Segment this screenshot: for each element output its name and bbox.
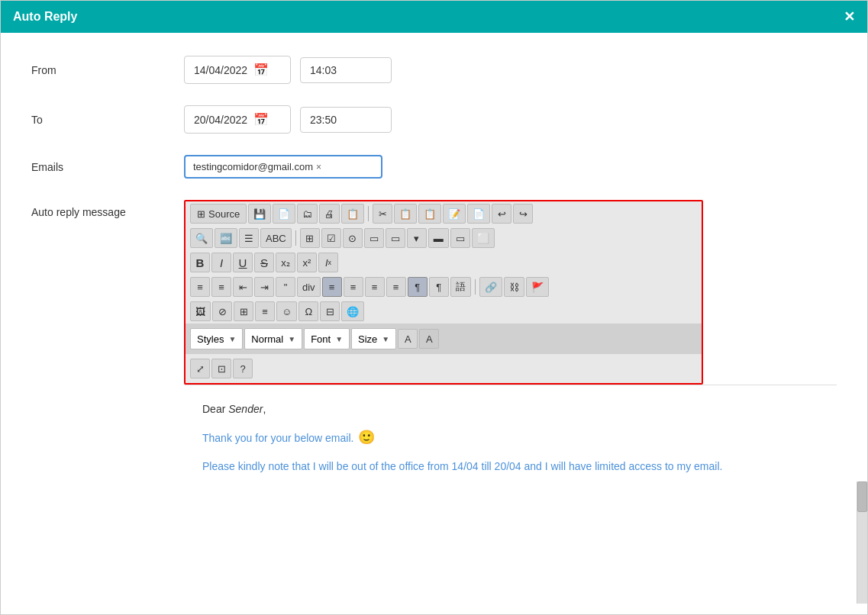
email-tag-container[interactable]: testingcomidor@gmail.com × <box>184 155 382 179</box>
show-blocks-button[interactable]: ⊡ <box>211 359 231 378</box>
language-button[interactable]: 語 <box>450 277 471 297</box>
size-label: Size <box>358 333 377 345</box>
paste-button[interactable]: 📋 <box>418 204 441 224</box>
align-justify-button[interactable]: ≡ <box>386 277 406 297</box>
radio-button[interactable]: ⊙ <box>343 228 363 248</box>
bidi-rtl-button[interactable]: ¶ <box>429 277 449 297</box>
scrollbar-thumb[interactable] <box>857 481 867 512</box>
size-dropdown[interactable]: Size ▼ <box>351 328 396 349</box>
note-line: Please kindly note that I will be out of… <box>202 458 818 475</box>
remove-format-button[interactable]: Ix <box>318 253 338 272</box>
to-time-value: 23:50 <box>310 114 337 126</box>
styles-arrow-icon: ▼ <box>228 335 236 343</box>
scrollbar[interactable] <box>857 481 867 604</box>
checkbox-button[interactable]: ☑ <box>321 228 341 248</box>
table-insert-button[interactable]: ⊞ <box>234 301 253 321</box>
iframe-button[interactable]: 🌐 <box>341 301 364 321</box>
select-all-button[interactable]: ☰ <box>239 228 259 248</box>
button-button[interactable]: ▬ <box>428 228 449 248</box>
image-button[interactable]: 🖼 <box>190 301 211 321</box>
redo-button[interactable]: ↪ <box>513 204 533 224</box>
textarea-button[interactable]: ▭ <box>386 228 405 248</box>
auto-reply-dialog: Auto Reply ✕ From 14/04/2022 📅 14:03 To <box>0 0 868 615</box>
align-right-button[interactable]: ≡ <box>365 277 385 297</box>
print-button[interactable]: 🖨 <box>319 204 340 224</box>
paste-text-button[interactable]: 📝 <box>443 204 466 224</box>
new-doc-button[interactable]: 📄 <box>273 204 295 224</box>
select-button[interactable]: ▾ <box>407 228 427 248</box>
font-arrow-icon: ▼ <box>335 335 343 343</box>
spell-check-button[interactable]: ABC <box>260 228 292 248</box>
toolbar-row-3: B I U S x₂ x² Ix <box>186 250 702 275</box>
save-button[interactable]: 💾 <box>248 204 271 224</box>
to-time-input[interactable]: 23:50 <box>300 107 392 133</box>
close-button[interactable]: ✕ <box>844 8 855 25</box>
calendar-icon-to[interactable]: 📅 <box>253 112 269 127</box>
source-icon: ⊞ <box>197 208 205 220</box>
unlink-button[interactable]: ⛓ <box>504 277 524 297</box>
bg-color-button[interactable]: A <box>419 329 439 349</box>
replace-button[interactable]: 🔤 <box>215 228 237 248</box>
from-time-input[interactable]: 14:03 <box>300 57 392 83</box>
normal-arrow-icon: ▼ <box>288 335 295 343</box>
cut-button[interactable]: ✂ <box>373 204 392 224</box>
smiley-button[interactable]: ☺ <box>276 301 297 321</box>
special-char-button[interactable]: Ω <box>298 301 318 321</box>
table-button[interactable]: ⊞ <box>300 228 320 248</box>
link-button[interactable]: 🔗 <box>479 277 502 297</box>
div-button[interactable]: div <box>297 277 321 297</box>
image-button2[interactable]: ▭ <box>450 228 470 248</box>
email-tag-remove-button[interactable]: × <box>316 162 321 172</box>
font-label: Font <box>311 333 331 345</box>
preview-button[interactable]: 📋 <box>341 204 364 224</box>
content-area[interactable]: Dear Sender, Thank you for your below em… <box>184 385 837 491</box>
anchor-button[interactable]: 🚩 <box>526 277 549 297</box>
blockquote-button[interactable]: " <box>276 277 295 297</box>
to-row: To 20/04/2022 📅 23:50 <box>31 105 837 134</box>
find-button[interactable]: 🔍 <box>190 228 213 248</box>
from-date-input[interactable]: 14/04/2022 📅 <box>184 56 291 84</box>
to-controls: 20/04/2022 📅 23:50 <box>184 105 392 134</box>
copy-button[interactable]: 📋 <box>394 204 417 224</box>
unordered-list-button[interactable]: ≡ <box>211 277 231 297</box>
horizontal-rule-button[interactable]: ≡ <box>255 301 275 321</box>
bidi-ltr-button[interactable]: ¶ <box>408 277 428 297</box>
calendar-icon[interactable]: 📅 <box>253 63 269 77</box>
subscript-button[interactable]: x₂ <box>276 253 295 272</box>
undo-button[interactable]: ↩ <box>492 204 511 224</box>
align-center-button[interactable]: ≡ <box>344 277 363 297</box>
page-break-button[interactable]: ⊟ <box>320 301 340 321</box>
align-left-button[interactable]: ≡ <box>322 277 342 297</box>
strikethrough-button[interactable]: S <box>254 253 274 272</box>
from-label: From <box>31 64 184 76</box>
source-button[interactable]: ⊞ Source <box>190 204 247 224</box>
emails-controls: testingcomidor@gmail.com × <box>184 155 382 179</box>
flash-button[interactable]: ⊘ <box>212 301 232 321</box>
from-date-value: 14/04/2022 <box>194 64 247 76</box>
auto-reply-row: Auto reply message ⊞ Source 💾 📄 🗂 🖨 📋 <box>31 200 837 491</box>
superscript-button[interactable]: x² <box>297 253 317 272</box>
font-color-button[interactable]: A <box>398 329 418 349</box>
font-dropdown[interactable]: Font ▼ <box>304 328 350 349</box>
italic-button[interactable]: I <box>211 253 231 272</box>
templates-button[interactable]: 🗂 <box>297 204 318 224</box>
indent-left-button[interactable]: ⇤ <box>233 277 253 297</box>
dialog-body: From 14/04/2022 📅 14:03 To 20/04/2022 📅 <box>1 33 867 523</box>
paste-word-button[interactable]: 📄 <box>467 204 490 224</box>
text-field-button[interactable]: ▭ <box>364 228 384 248</box>
email-tag: testingcomidor@gmail.com × <box>193 161 321 172</box>
hidden-button[interactable]: ⬜ <box>472 228 495 248</box>
ordered-list-button[interactable]: ≡ <box>190 277 210 297</box>
from-controls: 14/04/2022 📅 14:03 <box>184 56 392 84</box>
maximize-button[interactable]: ⤢ <box>190 359 210 378</box>
styles-dropdown[interactable]: Styles ▼ <box>190 328 243 349</box>
indent-right-button[interactable]: ⇥ <box>254 277 274 297</box>
help-button[interactable]: ? <box>233 359 253 378</box>
size-arrow-icon: ▼ <box>382 335 389 343</box>
bold-button[interactable]: B <box>190 253 210 272</box>
email-tag-value: testingcomidor@gmail.com <box>193 161 313 172</box>
normal-dropdown[interactable]: Normal ▼ <box>244 328 302 349</box>
to-date-value: 20/04/2022 <box>194 114 247 126</box>
underline-button[interactable]: U <box>233 253 253 272</box>
to-date-input[interactable]: 20/04/2022 📅 <box>184 105 291 134</box>
